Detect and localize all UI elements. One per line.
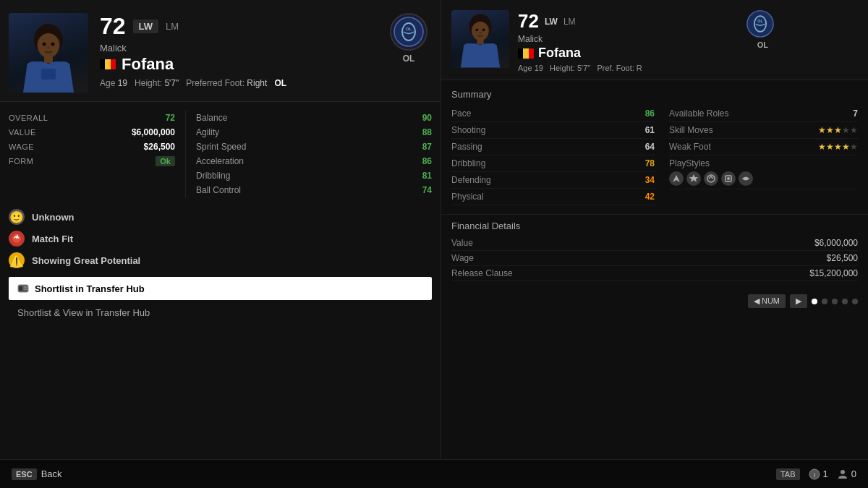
- shooting-label: Shooting: [451, 125, 485, 135]
- user-icon: [837, 468, 848, 480]
- playstyle-icon-4: [721, 171, 736, 186]
- passing-label: Passing: [451, 142, 482, 152]
- potential-label: Showing Great Potential: [32, 255, 140, 266]
- player-header: 72 LW LM Malick Fofana Age 19 Height: 5'…: [0, 0, 441, 102]
- right-first-name: Malick: [518, 34, 858, 44]
- right-player-details: Age 19 Height: 5'7" Pref. Foot: R: [518, 64, 858, 72]
- svg-text:OL: OL: [757, 19, 763, 23]
- position-badge-lw: LW: [133, 20, 159, 33]
- agility-label: Agility: [196, 127, 219, 137]
- summary-right-col: Available Roles 7 Skill Moves ★★★★★ Weak…: [655, 106, 858, 205]
- weak-foot-stars: ★★★★★: [818, 142, 858, 152]
- playstyle-icon-1: [669, 171, 684, 186]
- passing-item: Passing 64: [451, 139, 655, 155]
- ball-control-row: Ball Control 74: [196, 183, 432, 197]
- tab-badge: TAB: [776, 468, 800, 480]
- dribbling-value: 81: [422, 171, 432, 181]
- right-player-card: 72 LW LM Malick Fofana Age 19 Height: 5'…: [441, 0, 868, 80]
- svg-point-30: [727, 177, 730, 180]
- potential-icon: ⚠️: [9, 252, 25, 268]
- svg-point-2: [38, 33, 59, 58]
- pagination-dot-4: [842, 299, 848, 304]
- summary-title: Summary: [451, 89, 858, 100]
- physical-label: Physical: [451, 192, 484, 202]
- bottom-left: ESC Back: [12, 468, 62, 480]
- pace-label: Pace: [451, 108, 471, 119]
- summary-section: Summary Pace 86 Shooting 61 Passing 64 D…: [441, 80, 868, 214]
- icons-section: 🙂 Unknown Match Fit ⚠️ Showing Great Pot…: [0, 197, 441, 277]
- defending-label: Defending: [451, 175, 491, 185]
- svg-point-9: [56, 61, 70, 70]
- svg-text:!: !: [813, 472, 814, 479]
- position-alt-lm: LM: [166, 21, 179, 32]
- right-age: 19: [535, 64, 543, 72]
- skill-moves-stars: ★★★★★: [818, 125, 858, 135]
- player-height: 5'7": [164, 78, 179, 88]
- right-position-primary: LW: [545, 17, 558, 27]
- shortlist-primary-label: Shortlist in Transfer Hub: [35, 283, 145, 294]
- player-flag: [100, 59, 116, 69]
- wage-row: WAGE $26,500: [9, 140, 175, 154]
- financial-section: Financial Details Value $6,000,000 Wage …: [441, 214, 868, 288]
- right-skills: Balance 90 Agility 88 Sprint Speed 87 Ac…: [196, 111, 432, 197]
- playstyle-icon-2: [686, 171, 701, 186]
- skill-moves-label: Skill Moves: [669, 125, 713, 135]
- fitness-label: Match Fit: [32, 234, 73, 244]
- club-logo-left: OL OL: [390, 13, 427, 64]
- overall-label: OVERALL: [9, 114, 48, 122]
- shortlist-secondary-button[interactable]: Shortlist & View in Transfer Hub: [9, 303, 432, 322]
- potential-row: ⚠️ Showing Great Potential: [9, 252, 432, 268]
- bottom-right: TAB ! 1 0: [776, 468, 856, 480]
- svg-point-3: [43, 43, 46, 46]
- fitness-icon: [9, 231, 25, 247]
- svg-point-24: [747, 11, 773, 37]
- club-abbr-left: OL: [274, 78, 286, 88]
- svg-point-19: [482, 28, 485, 31]
- financial-title: Financial Details: [451, 221, 858, 231]
- right-player-flag: [518, 48, 534, 59]
- player-foot: Right: [247, 78, 267, 88]
- svg-rect-6: [44, 56, 53, 63]
- personality-label: Unknown: [32, 212, 75, 223]
- agility-row: Agility 88: [196, 125, 432, 140]
- overall-row: OVERALL 72: [9, 111, 175, 125]
- form-value: Ok: [156, 156, 175, 166]
- balance-row: Balance 90: [196, 111, 432, 125]
- svg-point-22: [464, 43, 475, 50]
- defending-value: 34: [645, 175, 655, 185]
- action-section: Shortlist in Transfer Hub Shortlist & Vi…: [0, 277, 441, 322]
- overall-rating-left: 72: [100, 13, 126, 40]
- shooting-item: Shooting 61: [451, 122, 655, 139]
- personality-icon: 🙂: [9, 209, 25, 225]
- acceleration-value: 86: [422, 156, 432, 166]
- wage-label: WAGE: [9, 142, 34, 151]
- fitness-row: Match Fit: [9, 231, 432, 247]
- financial-wage-row: Wage $26,500: [451, 251, 858, 266]
- playstyle-icon-5: [739, 171, 753, 186]
- pagination-dot-2: [822, 299, 827, 304]
- esc-badge: ESC: [12, 468, 37, 480]
- form-row: Form Ok: [9, 154, 175, 168]
- shortlist-primary-button[interactable]: Shortlist in Transfer Hub: [9, 277, 432, 300]
- skill-moves-item: Skill Moves ★★★★★: [669, 122, 858, 139]
- playstyle-icon-3: [704, 171, 718, 186]
- balance-label: Balance: [196, 113, 227, 123]
- dribbling-summary-label: Dribbling: [451, 158, 485, 168]
- svg-point-33: [841, 470, 845, 474]
- dribbling-row: Dribbling 81: [196, 168, 432, 183]
- pagination-next-button[interactable]: ▶: [790, 294, 807, 308]
- svg-point-23: [486, 43, 498, 50]
- right-last-name: Fofana: [538, 46, 581, 61]
- pagination-prev-button[interactable]: ◀ NUM: [748, 294, 786, 308]
- personality-row: 🙂 Unknown: [9, 209, 432, 225]
- form-label: Form: [9, 157, 33, 166]
- overall-value: 72: [166, 113, 175, 123]
- vertical-divider: [185, 111, 186, 197]
- wage-amount: $26,500: [144, 142, 175, 152]
- available-roles-item: Available Roles 7: [669, 106, 858, 122]
- right-player-photo: [451, 10, 509, 68]
- header-info: 72 LW LM Malick Fofana Age 19 Height: 5'…: [88, 13, 427, 88]
- user-count: 0: [837, 468, 856, 480]
- acceleration-row: Acceleration 86: [196, 154, 432, 168]
- svg-marker-27: [689, 174, 698, 182]
